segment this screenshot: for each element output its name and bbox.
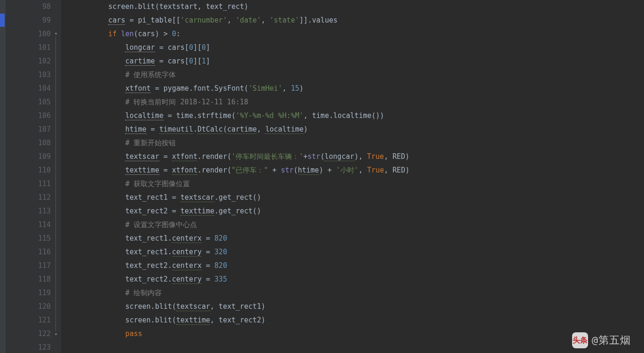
token-op: (cars) > [134, 30, 172, 38]
code-line[interactable]: textscar = xtfont.render('停车时间最长车辆：'+str… [66, 150, 644, 164]
line-number[interactable]: 110 [0, 164, 51, 177]
token-warn: longcar [125, 43, 155, 52]
token-op: , [261, 16, 269, 24]
token-typo: xtfont [172, 166, 197, 175]
code-line[interactable]: xtfont = pygame.font.SysFont('SimHei', 1… [66, 82, 644, 95]
line-number[interactable]: 101 [0, 41, 51, 55]
code-area[interactable]: screen.blit(textstart, text_rect) cars =… [61, 0, 644, 353]
code-line[interactable]: text_rect2 = texttime.get_rect() [66, 204, 644, 218]
code-line[interactable]: cartime = cars[0][1] [66, 55, 644, 68]
code-line[interactable]: longcar = cars[0][0] [66, 41, 644, 55]
token-warn: cars [108, 16, 125, 25]
code-line[interactable]: text_rect1.centerx = 820 [66, 232, 644, 245]
token-str: 'state' [270, 16, 299, 24]
token-cmt: # 设置文字图像中心点 [125, 220, 197, 229]
code-line[interactable]: screen.blit(textscar, text_rect1) [66, 300, 644, 314]
line-number[interactable]: 108 [0, 136, 51, 150]
line-number[interactable]: 99 [0, 14, 51, 27]
line-number[interactable]: 123 [0, 341, 51, 353]
line-number[interactable]: 103 [0, 68, 51, 82]
token-str: '%Y-%m-%d %H:%M' [236, 111, 304, 120]
token-op: ( [223, 125, 227, 133]
line-number[interactable]: 102 [0, 55, 51, 68]
token-op: ][ [193, 57, 202, 65]
token-cmt: # 使用系统字体 [125, 71, 176, 79]
token-op: ) + [319, 166, 336, 174]
line-number[interactable]: 121 [0, 314, 51, 327]
token-kw: pass [125, 329, 142, 338]
token-fn: text_rect) [206, 2, 248, 11]
code-line[interactable] [66, 341, 644, 353]
line-number[interactable]: 100 [0, 27, 51, 41]
code-line[interactable]: if len(cars) > 0: [66, 27, 644, 41]
code-line[interactable]: screen.blit(textstart, text_rect) [66, 0, 644, 14]
code-line[interactable]: texttime = xtfont.render("已停车：" + str(ht… [66, 164, 644, 177]
token-kw: True [367, 166, 384, 174]
token-kw: True [367, 152, 384, 161]
code-line[interactable]: # 设置文字图像中心点 [66, 218, 644, 232]
token-num: 1 [202, 57, 206, 65]
code-line[interactable]: localtime = time.strftime('%Y-%m-%d %H:%… [66, 109, 644, 123]
token-str: '小时' [336, 166, 359, 174]
line-number[interactable]: 106 [0, 109, 51, 123]
line-number[interactable]: 118 [0, 273, 51, 286]
token-cmt: # 绘制内容 [125, 289, 162, 297]
code-line[interactable]: text_rect1.centery = 320 [66, 245, 644, 259]
token-op: = [202, 248, 214, 256]
token-op: .render( [197, 166, 231, 174]
code-line[interactable]: text_rect1 = textscar.get_rect() [66, 191, 644, 204]
line-number[interactable]: 114 [0, 218, 51, 232]
line-number[interactable]: 113 [0, 204, 51, 218]
token-typo: timeutil [159, 125, 193, 134]
line-number[interactable]: 111 [0, 177, 51, 191]
line-number[interactable]: 116 [0, 245, 51, 259]
code-line[interactable]: # 使用系统字体 [66, 68, 644, 82]
token-op: .get_rect() [214, 207, 261, 215]
fold-open-icon[interactable]: ▾ [53, 31, 59, 37]
token-typo: textscar [181, 193, 214, 202]
token-builtin: str [281, 166, 293, 174]
line-number[interactable]: 119 [0, 286, 51, 300]
token-op: , [283, 84, 291, 93]
code-editor[interactable]: 9899100101102103104105106107108109110111… [0, 0, 644, 353]
line-number[interactable]: 117 [0, 259, 51, 273]
token-op: ] [206, 43, 210, 52]
token-op: . [193, 125, 197, 133]
gutter[interactable]: 9899100101102103104105106107108109110111… [6, 0, 61, 353]
code-line[interactable]: screen.blit(texttime, text_rect2) [66, 314, 644, 327]
code-line[interactable]: pass [66, 327, 644, 341]
line-number[interactable]: 115 [0, 232, 51, 245]
line-number[interactable]: 105 [0, 95, 51, 109]
line-number[interactable]: 120 [0, 300, 51, 314]
code-line[interactable]: # 重新开始按钮 [66, 136, 644, 150]
line-number[interactable]: 104 [0, 82, 51, 95]
line-number[interactable]: 98 [0, 0, 51, 14]
code-line[interactable]: # 获取文字图像位置 [66, 177, 644, 191]
token-op: , [227, 16, 236, 24]
code-line[interactable]: # 绘制内容 [66, 286, 644, 300]
token-typo: centerx [172, 261, 202, 270]
token-typo: centery [172, 248, 202, 257]
code-line[interactable]: text_rect2.centerx = 820 [66, 259, 644, 273]
token-op: = cars[ [155, 57, 189, 65]
token-typo: textscar [176, 302, 210, 311]
token-typo: texttime [181, 207, 214, 216]
line-number[interactable]: 109 [0, 150, 51, 164]
code-line[interactable]: text_rect2.centery = 335 [66, 273, 644, 286]
token-str: 'SimHei' [248, 84, 282, 93]
code-line[interactable]: # 转换当前时间 2018-12-11 16:18 [66, 95, 644, 109]
token-op: = [159, 166, 172, 174]
line-number[interactable]: 112 [0, 191, 51, 204]
line-number[interactable]: 107 [0, 123, 51, 136]
token-op: = [202, 275, 214, 283]
code-line[interactable]: htime = timeutil.DtCalc(cartime, localti… [66, 123, 644, 136]
code-line[interactable]: cars = pi_table[['carnumber', 'date', 's… [66, 14, 644, 27]
token-op: text_rect1 = [125, 193, 180, 202]
token-op: = time.strftime( [164, 111, 236, 120]
line-number[interactable]: 122 [0, 327, 51, 341]
token-typo: localtime [265, 125, 303, 134]
token-op: ][ [193, 43, 202, 52]
token-op: , text_rect1) [210, 302, 265, 311]
token-num: 820 [214, 261, 227, 270]
fold-close-icon[interactable]: ▴ [53, 331, 59, 337]
